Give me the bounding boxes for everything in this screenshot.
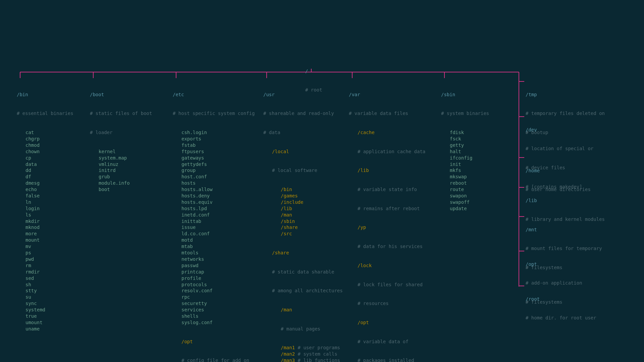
list-item: module.info — [99, 180, 152, 186]
list-item: sync — [25, 300, 73, 307]
list-item: ld.co.conf — [181, 231, 255, 237]
list-item: reboot — [450, 180, 489, 186]
list-item: ls — [25, 212, 73, 218]
opt-header: /opt — [526, 261, 582, 267]
list-item: ftpusers — [181, 148, 255, 155]
list-item: getty — [450, 142, 489, 148]
var-comment: # variable data files — [349, 110, 431, 117]
list-item: syslog.conf — [181, 319, 255, 326]
var-cache-c: # application cache data — [358, 148, 431, 155]
list-item: data — [25, 161, 73, 168]
man-comment: # user programs — [295, 345, 340, 350]
list-item: /src — [281, 231, 343, 237]
list-item: ln — [25, 199, 73, 205]
list-item: resolv.conf — [181, 288, 255, 294]
list-item: mkdir — [25, 218, 73, 225]
list-item: services — [181, 307, 255, 313]
var-lib-c2: # remains after reboot — [358, 205, 431, 212]
usr-local: /local — [272, 148, 343, 155]
column-var: /var # variable data files /cache # appl… — [349, 79, 431, 362]
man-dir: /man1 — [281, 345, 295, 350]
list-item: sh — [25, 282, 73, 288]
list-item: /share — [281, 224, 343, 231]
list-item: swapon — [450, 193, 489, 199]
man-comment: # lib functions — [295, 358, 340, 362]
list-item: stty — [25, 288, 73, 294]
usr-share-man-comment: # manual pages — [281, 326, 343, 332]
list-item: ps — [25, 250, 73, 256]
list-item: hosts.equiv — [181, 199, 255, 205]
usr-share-c1: # static data sharable — [272, 269, 343, 275]
man-dir: /man3 — [281, 358, 295, 362]
var-lib-c1: # variable state info — [358, 186, 431, 193]
list-item: hosts — [181, 180, 255, 186]
etc-comment: # host specific system config — [173, 110, 255, 117]
list-item: boot — [99, 186, 152, 193]
list-item: /games — [281, 193, 343, 199]
usr-comment: # shareable and read-only — [263, 110, 343, 117]
list-item: mv — [25, 243, 73, 250]
usr-share-man: /man — [281, 307, 343, 313]
list-item: echo — [25, 186, 73, 193]
list-item: cat — [25, 129, 73, 136]
var-lib: /lib — [358, 167, 431, 174]
man-row: /man2 # system calls — [281, 351, 343, 357]
list-item: gettydefs — [181, 161, 255, 168]
dev-header: /dev — [526, 127, 593, 133]
list-item: mknod — [25, 224, 73, 231]
column-sbin: /sbin # system binaries fdiskfsckgettyha… — [441, 79, 489, 218]
list-item: df — [25, 174, 73, 180]
list-item: route — [450, 186, 489, 193]
root-path: / — [305, 68, 322, 74]
var-lock-c1: # lock files for shared — [358, 282, 431, 288]
list-item: dd — [25, 167, 73, 174]
list-item: ifconfig — [450, 155, 489, 161]
usr-share-c2: # among all architectures — [272, 288, 343, 294]
var-opt: /opt — [358, 319, 431, 326]
var-yp-c: # data for his services — [358, 243, 431, 250]
list-item: hosts.lpd — [181, 205, 255, 212]
var-cache: /cache — [358, 129, 431, 136]
list-item: vmlinuz — [99, 161, 152, 168]
list-item: host.conf — [181, 174, 255, 180]
column-bin: /bin # essential binaries catchgrpchmodc… — [17, 79, 73, 339]
bin-header: /bin — [17, 92, 73, 98]
etc-opt-c1: # config file for add on — [181, 357, 255, 362]
list-item: shells — [181, 313, 255, 319]
lib-header: /lib — [526, 197, 605, 204]
list-item: fdisk — [450, 129, 489, 136]
list-item: csh.login — [181, 129, 255, 136]
list-item: rpc — [181, 294, 255, 300]
list-item: /bin — [281, 186, 343, 193]
list-item: more — [25, 231, 73, 237]
usr-local-comment: # local software — [272, 167, 343, 174]
list-item: system.map — [99, 155, 152, 161]
boot-comment: # static files of boot — [90, 110, 152, 117]
home-header: /home — [526, 168, 591, 174]
man-row: /man1 # user programs — [281, 345, 343, 351]
list-item: mount — [25, 237, 73, 243]
list-item: initrd — [99, 167, 152, 174]
list-item: mkfs — [450, 167, 489, 174]
usr-header: /usr — [263, 92, 343, 98]
list-item: passwd — [181, 262, 255, 269]
list-item: chmod — [25, 142, 73, 148]
list-item: rmdir — [25, 269, 73, 275]
man-row: /man3 # lib functions — [281, 357, 343, 362]
etc-opt: /opt — [181, 339, 255, 345]
list-item: sed — [25, 275, 73, 282]
list-item: group — [181, 167, 255, 174]
var-opt-c1: # variable data of — [358, 339, 431, 345]
list-item: profile — [181, 275, 255, 282]
bin-comment: # essential binaries — [17, 110, 73, 117]
boot-header: /boot — [90, 92, 152, 98]
boot-loader-comment: # loader — [90, 129, 152, 136]
list-item: motd — [181, 237, 255, 243]
list-item: cp — [25, 155, 73, 161]
man-comment: # system calls — [295, 351, 337, 357]
var-yp: /yp — [358, 224, 431, 231]
column-etc: /etc # host specific system config csh.l… — [173, 79, 255, 362]
list-item: /sbin — [281, 218, 343, 225]
rootd-c: # home dir. for root user — [526, 315, 596, 321]
list-item: uname — [25, 326, 73, 332]
